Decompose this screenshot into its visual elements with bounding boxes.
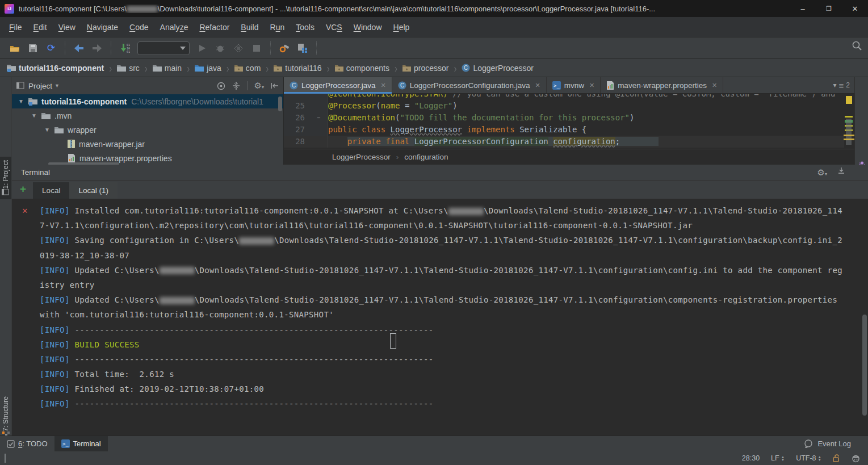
event-log-button[interactable]: Event Log [804, 439, 868, 448]
gear-icon[interactable]: ⚙▾ [254, 81, 264, 91]
breadcrumb-item-src[interactable]: src [116, 64, 141, 73]
project-panel-title[interactable]: Project [28, 82, 52, 90]
editor-tab-label: maven-wrapper.properties [618, 81, 707, 90]
breadcrumb-item-main[interactable]: main [152, 64, 183, 73]
menu-edit[interactable]: Edit [28, 20, 53, 34]
vertical-scrollbar[interactable] [278, 97, 282, 111]
project-structure-icon[interactable] [295, 41, 310, 56]
menu-tools[interactable]: Tools [290, 20, 320, 34]
menu-vcs[interactable]: VCS [320, 20, 348, 34]
add-terminal-icon[interactable]: + [20, 183, 26, 195]
menu-window[interactable]: Window [348, 20, 388, 34]
close-icon[interactable]: ✕ [22, 205, 28, 216]
update-code-icon[interactable]: 011001 [118, 41, 132, 56]
stop-icon[interactable] [249, 41, 264, 56]
editor-tab-LoggerProcessor-java[interactable]: CLoggerProcessor.java✕ [284, 77, 392, 93]
menu-analyze[interactable]: Analyze [154, 20, 194, 34]
menu-run[interactable]: Run [265, 20, 291, 34]
tool-button-label: 1: Project [2, 160, 10, 189]
chevron-icon[interactable]: ▼ [18, 98, 24, 104]
breadcrumb-item-java[interactable]: java [194, 64, 223, 73]
updown-icon: ▲▼ [818, 455, 821, 461]
settings-icon[interactable] [277, 41, 292, 56]
code-text: @Processor(name = "Logger") [328, 100, 458, 112]
tool-button-1-project[interactable]: 1: Project [0, 157, 11, 199]
menu-view[interactable]: View [53, 20, 81, 34]
tool-button-label: 6: TODO [18, 439, 48, 448]
breadcrumb-item-LoggerProcessor[interactable]: CLoggerProcessor [460, 64, 535, 73]
toolbar-separator [111, 41, 111, 55]
tool-window-switcher-icon[interactable] [5, 454, 6, 463]
breadcrumb-item-tutorial116-component[interactable]: tutorial116-component [6, 64, 105, 73]
breadcrumb-separator: › [396, 153, 399, 161]
line-ending-select[interactable]: LF▲▼ [771, 454, 785, 462]
breadcrumb-label: processor [414, 64, 448, 73]
hide-panel-icon[interactable] [837, 167, 845, 178]
coverage-icon[interactable] [231, 41, 246, 56]
tree-row-maven-wrapper-jar[interactable]: maven-wrapper.jar [12, 137, 283, 151]
menu-file[interactable]: File [3, 20, 28, 34]
breadcrumb-item-com[interactable]: com [233, 64, 262, 73]
terminal-icon: >_ [552, 81, 561, 90]
maximize-button[interactable]: ❐ [816, 0, 842, 17]
close-icon[interactable]: ✕ [381, 82, 386, 89]
hide-panel-icon[interactable] [271, 82, 279, 89]
menu-code[interactable]: Code [124, 20, 154, 34]
close-icon[interactable]: ✕ [589, 82, 594, 89]
breadcrumb-item-processor[interactable]: processor [401, 64, 450, 73]
gear-icon[interactable]: ⚙▾ [817, 167, 827, 178]
close-icon[interactable]: ✕ [535, 82, 540, 89]
inspection-status-square[interactable] [846, 96, 852, 104]
tree-item-path: C:\Users\fborgne\Downloads\tutorial1 [131, 97, 263, 106]
menu-build[interactable]: Build [235, 20, 264, 34]
terminal-scrollbar[interactable] [862, 315, 867, 416]
editor-scrollbar-thumb[interactable] [846, 119, 852, 145]
menu-refactor[interactable]: Refactor [194, 20, 235, 34]
breadcrumb-separator: › [187, 61, 190, 74]
editor-breadcrumb-item[interactable]: configuration [404, 153, 448, 161]
inspection-profile-icon[interactable] [852, 454, 860, 463]
tool-button-6-todo[interactable]: 6: TODO [0, 436, 54, 452]
editor-breadcrumb-item[interactable]: LoggerProcessor [332, 153, 391, 161]
search-icon[interactable] [852, 41, 862, 51]
chevron-icon[interactable]: ▼ [44, 127, 51, 133]
editor-tab-LoggerProcessorConfiguration-java[interactable]: CLoggerProcessorConfiguration.java✕ [392, 77, 547, 93]
tree-row-tutorial116-component[interactable]: ▼tutorial116-componentC:\Users\fborgne\D… [12, 94, 283, 108]
minimize-button[interactable]: – [790, 0, 816, 17]
back-icon[interactable] [72, 41, 86, 56]
tool-button-terminal[interactable]: >_Terminal [54, 436, 108, 452]
tree-row-wrapper[interactable]: ▼wrapper [12, 123, 283, 137]
debug-icon[interactable] [213, 41, 228, 56]
breadcrumb-item-tutorial116[interactable]: tutorial116 [272, 64, 322, 73]
locate-icon[interactable] [217, 82, 225, 90]
editor-tab-maven-wrapper-properties[interactable]: maven-wrapper.properties✕ [601, 77, 723, 93]
encoding-select[interactable]: UTF-8▲▼ [796, 454, 821, 462]
close-icon[interactable]: ✕ [712, 82, 717, 89]
tool-button-7-structure[interactable]: 7: Structure [0, 396, 11, 439]
breadcrumb-item-components[interactable]: components [334, 64, 391, 73]
sync-icon[interactable]: ⟳ [44, 41, 58, 56]
editor-tab-mvnw[interactable]: >_mvnw✕ [547, 77, 601, 93]
terminal-line: 019-38-12_10-38-07 [40, 251, 868, 266]
terminal-tab-Local-1-[interactable]: Local (1) [69, 182, 118, 199]
terminal-content[interactable]: ✕ [INFO] Installed com.tutorial116:tutor… [12, 199, 868, 434]
collapse-all-icon[interactable] [232, 82, 240, 90]
menu-help[interactable]: Help [388, 20, 416, 34]
fold-marker[interactable]: − [309, 112, 328, 124]
chevron-down-icon[interactable]: ▼ [54, 83, 60, 89]
editor-content[interactable]: @Icon(Icon.IconType.STAR) // you can use… [284, 94, 844, 148]
tab-list-icon[interactable]: ≡ [839, 81, 844, 90]
run-config-select[interactable] [137, 41, 190, 55]
run-icon[interactable] [195, 41, 209, 56]
chevron-icon[interactable]: ▼ [31, 112, 37, 119]
forward-icon[interactable] [90, 41, 104, 56]
open-icon[interactable] [7, 41, 22, 56]
tree-row--mvn[interactable]: ▼.mvn [12, 108, 283, 123]
menu-navigate[interactable]: Navigate [81, 20, 124, 34]
close-button[interactable]: ✕ [842, 0, 868, 17]
caret-position[interactable]: 28:30 [742, 454, 760, 462]
save-icon[interactable] [26, 41, 40, 56]
unlock-icon[interactable] [833, 454, 840, 462]
terminal-tab-Local[interactable]: Local [33, 182, 69, 199]
chevron-down-icon[interactable]: ▾ [833, 81, 837, 89]
